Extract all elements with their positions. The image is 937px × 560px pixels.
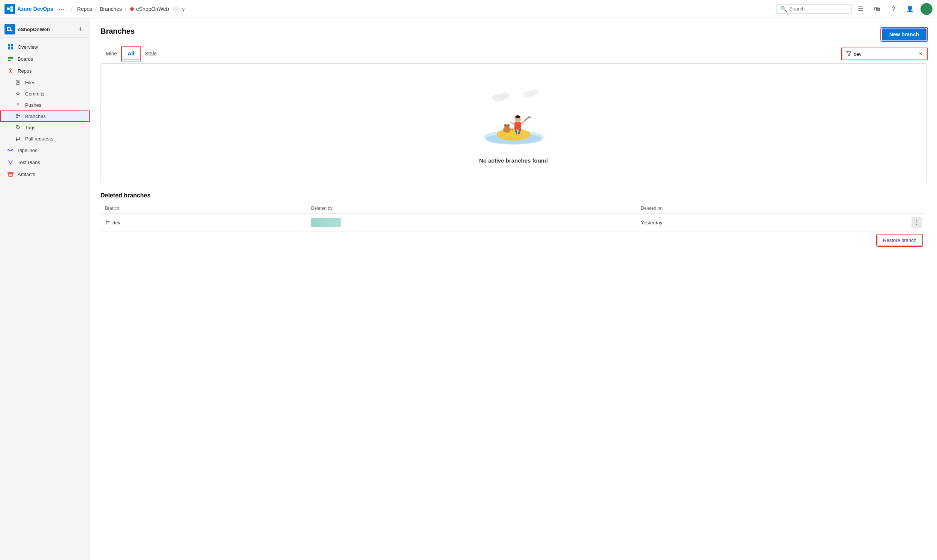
col-deleted-on: Deleted on <box>636 203 897 214</box>
brand-name: Azure DevOps <box>17 6 53 12</box>
branch-tabs: Mine All Stale <box>100 48 162 60</box>
svg-rect-56 <box>528 117 531 118</box>
svg-marker-5 <box>130 7 134 11</box>
breadcrumb-repo-name[interactable]: eShopOnWeb <box>136 6 169 12</box>
sidebar-item-pushes[interactable]: Pushes <box>0 99 90 111</box>
list-icon-button[interactable]: ☰ <box>855 3 866 15</box>
breadcrumb-repos[interactable]: Repos <box>77 6 92 12</box>
deleted-branches-section: Deleted branches Branch Deleted by Delet… <box>100 192 926 232</box>
page-title: Branches <box>100 27 134 35</box>
row-actions: ⋮ <box>901 217 922 228</box>
tab-stale[interactable]: Stale <box>139 48 162 60</box>
col-deleted-by: Deleted by <box>306 203 636 214</box>
sidebar-item-commits[interactable]: Commits <box>0 88 90 99</box>
sidebar-item-artifacts-label: Artifacts <box>18 172 35 177</box>
svg-point-19 <box>17 93 19 95</box>
svg-rect-2 <box>11 9 13 12</box>
tab-all[interactable]: All <box>122 48 139 60</box>
artifacts-icon <box>7 171 14 178</box>
svg-point-14 <box>10 72 11 73</box>
deleted-on-cell: Yesterday <box>636 214 897 232</box>
topnav-icons: ☰ 🛍 ? 👤 <box>855 3 932 15</box>
topnav-more-button[interactable]: ⋯ <box>56 4 67 14</box>
sidebar-item-repos[interactable]: Repos <box>0 65 90 77</box>
sidebar-item-pull-requests[interactable]: Pull requests <box>0 133 90 144</box>
sidebar: EL eShopOnWeb + Overview Boards Repos <box>0 18 90 560</box>
pipelines-icon <box>7 147 14 154</box>
svg-rect-0 <box>7 8 9 10</box>
svg-line-53 <box>511 122 514 125</box>
sidebar-item-artifacts[interactable]: Artifacts <box>0 168 90 180</box>
svg-point-27 <box>17 126 18 127</box>
overview-icon <box>7 43 14 50</box>
empty-illustration <box>476 83 551 151</box>
breadcrumb-branches[interactable]: Branches <box>100 6 122 12</box>
restore-branch-area: Restore branch <box>100 235 922 246</box>
pushes-icon <box>15 102 22 108</box>
sidebar-item-tags[interactable]: Tags <box>0 122 90 133</box>
global-search: 🔍 <box>776 4 852 14</box>
help-icon-button[interactable]: ? <box>888 3 900 15</box>
svg-rect-7 <box>11 44 13 46</box>
sidebar-item-pushes-label: Pushes <box>25 102 41 108</box>
filter-clear-button[interactable]: × <box>919 51 922 57</box>
restore-branch-button[interactable]: Restore branch <box>877 235 922 246</box>
project-avatar: EL <box>5 24 15 34</box>
svg-point-45 <box>497 128 531 140</box>
breadcrumb-dropdown-button[interactable]: ∨ <box>182 6 185 12</box>
sidebar-item-branches-label: Branches <box>25 114 46 119</box>
filter-input[interactable] <box>854 51 917 57</box>
branch-filter-box[interactable]: × <box>842 49 926 59</box>
avatar[interactable] <box>920 3 932 15</box>
table-header: Branch Deleted by Deleted on <box>100 203 926 214</box>
svg-point-13 <box>10 69 11 70</box>
bag-icon-button[interactable]: 🛍 <box>871 3 883 15</box>
sidebar-item-test-plans[interactable]: Test Plans <box>0 156 90 168</box>
sidebar-item-pull-requests-label: Pull requests <box>25 136 53 142</box>
pull-requests-icon <box>15 135 22 142</box>
svg-rect-10 <box>8 57 13 58</box>
empty-state-panel: No active branches found <box>100 63 926 183</box>
boards-icon <box>7 55 14 62</box>
user-icon-button[interactable]: 👤 <box>904 3 916 15</box>
row-more-button[interactable]: ⋮ <box>911 217 922 228</box>
sidebar-item-repos-label: Repos <box>18 68 32 74</box>
svg-point-29 <box>16 140 17 141</box>
main-content: Branches New branch Mine All Stale × <box>90 18 937 560</box>
svg-rect-12 <box>8 60 11 61</box>
svg-line-54 <box>521 120 525 125</box>
svg-point-40 <box>499 92 509 99</box>
sidebar-item-overview[interactable]: Overview <box>0 41 90 53</box>
breadcrumb: Repos / Branches / eShopOnWeb ··· ∨ <box>77 6 185 12</box>
sidebar-item-boards[interactable]: Boards <box>0 53 90 65</box>
svg-point-28 <box>16 137 17 138</box>
sidebar-item-files-label: Files <box>25 80 35 85</box>
svg-point-23 <box>17 114 18 115</box>
search-input[interactable] <box>789 6 847 12</box>
new-branch-button[interactable]: New branch <box>882 28 926 40</box>
branch-name: dev <box>113 220 120 226</box>
devops-logo-icon <box>5 4 15 14</box>
tab-mine[interactable]: Mine <box>100 48 122 60</box>
test-plans-icon <box>7 159 14 166</box>
deleted-by-avatar-blur <box>311 218 341 227</box>
sidebar-item-overview-label: Overview <box>18 44 38 50</box>
sidebar-item-branches[interactable]: Branches <box>0 111 90 122</box>
deleted-section-title: Deleted branches <box>100 192 926 199</box>
sidebar-item-pipelines[interactable]: Pipelines <box>0 144 90 156</box>
sidebar-item-files[interactable]: Files <box>0 77 90 88</box>
add-project-button[interactable]: + <box>76 25 85 34</box>
tabs-filter-row: Mine All Stale × <box>100 48 926 63</box>
top-navigation: Azure DevOps ⋯ / Repos / Branches / eSho… <box>0 0 937 18</box>
files-icon <box>15 79 22 86</box>
row-actions-cell: ⋮ <box>897 214 926 232</box>
svg-point-48 <box>504 124 506 127</box>
breadcrumb-tag: ··· <box>172 6 180 12</box>
logo[interactable]: Azure DevOps <box>5 4 53 14</box>
deleted-by-cell <box>306 214 636 232</box>
svg-rect-9 <box>11 47 13 49</box>
svg-point-30 <box>19 137 20 138</box>
repo-diamond-icon <box>130 6 134 12</box>
repos-icon <box>7 68 14 74</box>
col-branch: Branch <box>100 203 306 214</box>
